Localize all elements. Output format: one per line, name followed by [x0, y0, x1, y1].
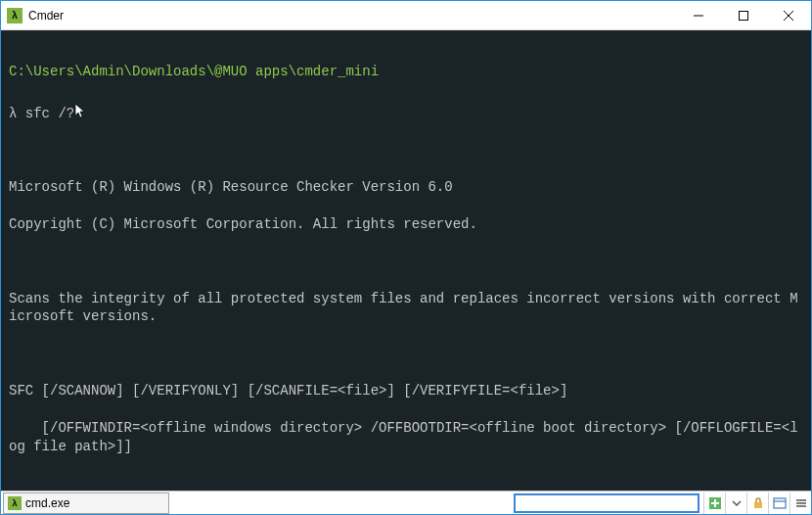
dropdown-button[interactable] [725, 492, 746, 514]
statusbar: λ cmd.exe [1, 491, 811, 514]
maximize-button[interactable] [721, 1, 766, 30]
search-input[interactable] [514, 493, 699, 513]
cursor-pointer-icon [74, 103, 86, 126]
close-button[interactable] [766, 1, 811, 30]
minimize-button[interactable] [676, 1, 721, 30]
lock-button[interactable] [746, 492, 768, 514]
prompt-symbol: λ [9, 106, 17, 121]
svg-rect-8 [774, 498, 786, 508]
tab-label: cmd.exe [25, 496, 69, 510]
app-icon: λ [7, 8, 23, 23]
output-line: Copyright (C) Microsoft Corporation. All… [9, 215, 803, 234]
command-text: sfc /? [25, 106, 74, 121]
layout-icon [773, 496, 787, 510]
plus-icon [708, 496, 722, 510]
hamburger-icon [794, 496, 808, 510]
tab-app-icon: λ [8, 496, 22, 510]
chevron-down-icon [732, 496, 742, 510]
terminal-output[interactable]: C:\Users\Admin\Downloads\@MUO apps\cmder… [1, 30, 811, 491]
close-icon [784, 11, 793, 21]
lock-icon [751, 496, 765, 510]
menu-button[interactable] [789, 492, 811, 514]
output-line: [/OFFWINDIR=<offline windows directory> … [9, 419, 803, 456]
prompt-path: C:\Users\Admin\Downloads\@MUO apps\cmder… [9, 64, 379, 79]
cmder-window: λ Cmder C:\Users\Admin\Downloads\@MUO ap… [0, 0, 812, 515]
svg-rect-7 [754, 502, 762, 508]
minimize-icon [694, 11, 703, 21]
maximize-icon [739, 11, 748, 21]
new-console-button[interactable] [703, 492, 725, 514]
console-tab[interactable]: λ cmd.exe [3, 492, 169, 514]
toolbar-buttons [703, 492, 811, 514]
window-title: Cmder [28, 9, 676, 23]
titlebar[interactable]: λ Cmder [1, 1, 811, 30]
output-line: Microsoft (R) Windows (R) Resource Check… [9, 178, 803, 197]
output-line: Scans the integrity of all protected sys… [9, 290, 803, 327]
layout-button[interactable] [768, 492, 789, 514]
svg-rect-1 [740, 11, 748, 20]
output-line: SFC [/SCANNOW] [/VERIFYONLY] [/SCANFILE=… [9, 382, 803, 400]
